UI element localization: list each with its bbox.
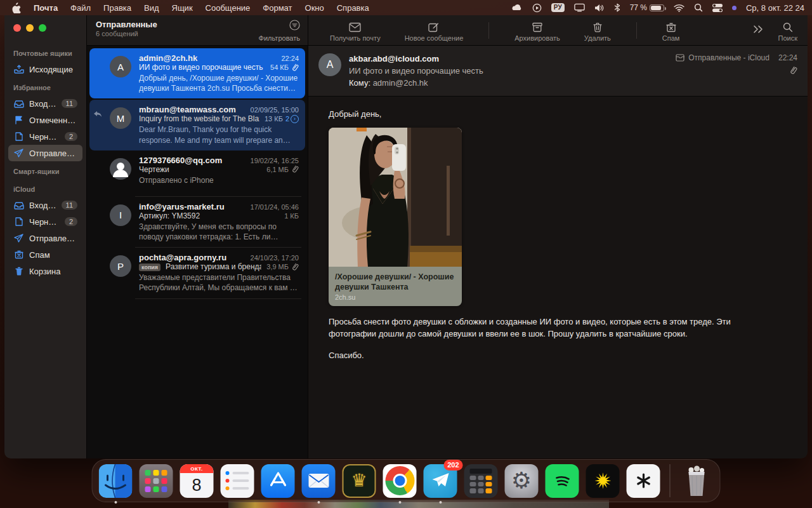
menu-window[interactable]: Окно (299, 3, 331, 13)
message-viewer-pane: Получить почту Новое сообщение Архивиров… (308, 15, 808, 458)
filter-button[interactable]: Фильтровать (259, 20, 300, 45)
attached-photo[interactable] (329, 128, 462, 267)
message-row-1[interactable]: A admin@2ch.hk 22:24 ИИ фото и видео пор… (89, 48, 305, 98)
sidebar-item-inbox-favorites[interactable]: Входящие 11 (8, 95, 82, 112)
sidebar-item-drafts-icloud[interactable]: Черновики 2 (8, 213, 82, 230)
junk-button[interactable]: Спам (662, 18, 680, 42)
trash-icon (593, 22, 602, 32)
menu-mailbox[interactable]: Ящик (166, 3, 199, 13)
message-preview: Здравствуйте, У меня есть вопросы по пов… (139, 222, 299, 242)
launchpad-icon (140, 464, 173, 498)
reader-header: A akbar.abd@icloud.com ИИ фото и видео п… (308, 46, 808, 97)
sidebar-item-flagged[interactable]: Отмеченные… (8, 112, 82, 128)
filter-icon (289, 20, 300, 30)
thread-expand-icon: › (291, 115, 299, 123)
dock-mail[interactable] (302, 464, 336, 498)
archive-button[interactable]: Архивировать (514, 18, 560, 42)
dock-chatgpt[interactable] (627, 464, 660, 498)
message-row-4[interactable]: I info@yarus-market.ru 17/01/24, 05:46 А… (89, 197, 305, 247)
close-window-button[interactable] (13, 24, 21, 32)
attachment-icon (289, 62, 300, 73)
message-subject: Чертежи (139, 165, 261, 174)
menu-help[interactable]: Справка (331, 3, 376, 13)
sidebar-item-drafts-favorites[interactable]: Черновики 2 (8, 128, 82, 145)
avatar: I (110, 204, 131, 226)
control-center-icon[interactable] (712, 4, 723, 12)
input-source-badge[interactable]: РУ (551, 3, 565, 12)
dock-reminders[interactable] (221, 464, 254, 498)
delete-button[interactable]: Удалить (584, 18, 611, 42)
apple-menu-icon[interactable] (11, 3, 21, 13)
dock-trash[interactable] (680, 464, 714, 498)
icloud-status-icon[interactable] (511, 4, 523, 12)
sidebar-item-inbox-icloud[interactable]: Входящие 11 (8, 197, 82, 213)
toolbar-separator (488, 22, 489, 39)
sidebar-item-junk[interactable]: Спам (8, 246, 82, 263)
message-row-2[interactable]: M mbraun@teamwass.com 02/09/25, 15:00 In… (89, 100, 305, 150)
thread-count[interactable]: 2 › (285, 115, 299, 123)
sidebar-item-sent-icloud[interactable]: Отправленные (8, 230, 82, 246)
wifi-icon[interactable] (674, 4, 684, 12)
search-button[interactable]: Поиск (778, 18, 797, 42)
display-icon[interactable] (574, 3, 585, 12)
sidebar-item-sent-favorites[interactable]: Отправленные (8, 145, 82, 161)
more-toolbar-items-button[interactable] (753, 18, 764, 36)
message-rows: A admin@2ch.hk 22:24 ИИ фото и видео пор… (87, 46, 308, 299)
dock-gwent-game[interactable]: ♛ (343, 464, 376, 498)
sidebar-item-label: Корзина (29, 267, 77, 276)
reader-to-address[interactable]: admin@2ch.hk (373, 78, 428, 88)
link-card-caption[interactable]: /Хорошие девушки/ - Хорошие девушки Ташк… (329, 267, 462, 307)
menu-mail[interactable]: Почта (27, 3, 64, 13)
menubar-clock[interactable]: Ср, 8 окт. 22 24 (746, 3, 804, 13)
dock-starburst-app[interactable] (586, 464, 620, 498)
dock-chrome[interactable] (383, 464, 417, 498)
focus-dot (732, 6, 737, 10)
get-mail-button[interactable]: Получить почту (330, 18, 381, 42)
minimize-window-button[interactable] (26, 24, 34, 32)
sidebar-item-trash[interactable]: Корзина (8, 263, 82, 279)
window-controls (4, 22, 86, 43)
menu-bar: Почта Файл Правка Вид Ящик Сообщение Фор… (0, 0, 812, 15)
cc-tag: копия (139, 264, 160, 271)
dock-calendar[interactable]: ОКТ. 8 (180, 464, 214, 498)
link-preview-card[interactable]: /Хорошие девушки/ - Хорошие девушки Ташк… (329, 128, 462, 307)
battery-indicator[interactable]: 77 % (630, 3, 664, 12)
bluetooth-icon[interactable] (614, 3, 620, 12)
filter-label: Фильтровать (259, 34, 300, 42)
menu-message[interactable]: Сообщение (199, 3, 257, 13)
drafts-badge: 2 (65, 132, 77, 141)
spotlight-search-icon[interactable] (694, 3, 703, 12)
menu-format[interactable]: Формат (256, 3, 298, 13)
dock-app-store[interactable] (261, 464, 295, 498)
reader-from[interactable]: akbar.abd@icloud.com (349, 53, 668, 65)
battery-percent: 77 % (630, 3, 647, 12)
sidebar-item-outbox[interactable]: Исходящие (8, 61, 82, 77)
reader-mailbox[interactable]: Отправленные - iCloud (688, 53, 769, 62)
message-date: 02/09/25, 15:00 (251, 106, 299, 114)
calculator-icon (464, 464, 498, 498)
message-sender: admin@2ch.hk (139, 53, 276, 63)
volume-icon[interactable] (594, 4, 605, 12)
dock-settings[interactable]: ⚙ (505, 464, 539, 498)
dock-telegram[interactable]: 202 (424, 464, 457, 498)
menu-file[interactable]: Файл (64, 3, 97, 13)
gwent-game-icon: ♛ (343, 464, 376, 498)
new-message-button[interactable]: Новое сообщение (405, 18, 464, 42)
desktop: Почта Файл Правка Вид Ящик Сообщение Фор… (0, 0, 812, 508)
dock-spotify[interactable] (546, 464, 579, 498)
sidebar-item-label: Отправленные (29, 234, 77, 243)
now-playing-icon[interactable] (532, 3, 542, 13)
mailbox-folder-icon (676, 54, 684, 62)
search-icon (783, 22, 793, 32)
menu-view[interactable]: Вид (138, 3, 166, 13)
message-row-3[interactable]: 1279376660@qq.com 19/02/24, 16:25 Чертеж… (89, 150, 305, 196)
menu-edit[interactable]: Правка (97, 3, 138, 13)
dock-finder[interactable] (99, 464, 133, 498)
message-preview: Отправлено с iPhone (139, 175, 299, 185)
attachment-icon[interactable] (787, 65, 799, 77)
app-store-icon (261, 464, 295, 498)
zoom-window-button[interactable] (39, 24, 46, 32)
dock-calculator[interactable] (464, 464, 498, 498)
message-row-5[interactable]: P pochta@apra.gorny.ru 24/10/23, 17:20 к… (89, 248, 305, 298)
dock-launchpad[interactable] (140, 464, 173, 498)
